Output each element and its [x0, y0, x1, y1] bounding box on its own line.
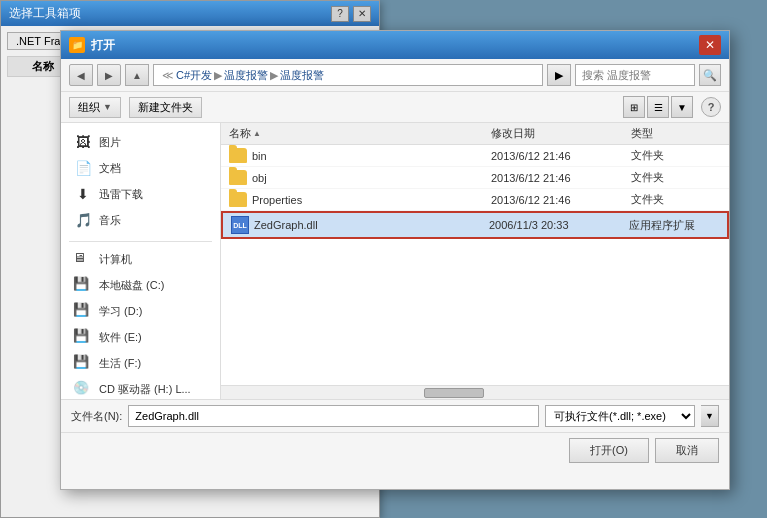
music-icon: 🎵 [73, 211, 93, 229]
hscroll-thumb [424, 388, 484, 398]
header-col-name[interactable]: 名称 ▲ [229, 126, 491, 141]
drive-d-label: 学习 (D:) [99, 304, 142, 319]
header-col-date[interactable]: 修改日期 [491, 126, 631, 141]
dialog-title: 打开 [91, 37, 115, 54]
bg-help-button[interactable]: ? [331, 6, 349, 22]
left-item-drive-e[interactable]: 💾 软件 (E:) [61, 324, 220, 350]
computer-icon: 🖥 [73, 250, 93, 268]
new-folder-label: 新建文件夹 [138, 100, 193, 115]
right-panel: 名称 ▲ 修改日期 类型 bin 2013/6/12 21:46 文件夹 [221, 123, 729, 399]
view-btn-1[interactable]: ⊞ [623, 96, 645, 118]
path-part-1: C#开发 [176, 68, 212, 83]
view-dropdown[interactable]: ▼ [671, 96, 693, 118]
file-name-properties: Properties [229, 192, 491, 207]
drive-e-label: 软件 (E:) [99, 330, 142, 345]
dll-icon-zedgraph: DLL [231, 216, 249, 234]
cancel-button[interactable]: 取消 [655, 438, 719, 463]
filetype-select[interactable]: 可执行文件(*.dll; *.exe) [545, 405, 695, 427]
left-panel: 🖼 图片 📄 文档 ⬇ 迅雷下载 🎵 音乐 🖥 计算 [61, 123, 221, 399]
drive-f-icon: 💾 [73, 354, 93, 372]
documents-label: 文档 [99, 161, 121, 176]
documents-icon: 📄 [73, 159, 93, 177]
filename-bar: 文件名(N): 可执行文件(*.dll; *.exe) ▼ [61, 399, 729, 432]
bg-window-titlebar: 选择工具箱项 ? ✕ [1, 1, 379, 26]
filename-input[interactable] [128, 405, 539, 427]
left-item-music[interactable]: 🎵 音乐 [61, 207, 220, 233]
left-item-pictures[interactable]: 🖼 图片 [61, 129, 220, 155]
bg-window-controls: ? ✕ [331, 6, 371, 22]
file-row-properties[interactable]: Properties 2013/6/12 21:46 文件夹 [221, 189, 729, 211]
path-part-2: 温度报警 [224, 68, 268, 83]
toolbar-row: 组织 ▼ 新建文件夹 ⊞ ☰ ▼ ? [61, 92, 729, 123]
open-dialog: 📁 打开 ✕ ◀ ▶ ▲ ≪ C#开发 ▶ 温度报警 ▶ 温度报警 ▶ 🔍 组织… [60, 30, 730, 490]
left-item-drive-h[interactable]: 💿 CD 驱动器 (H:) L... [61, 376, 220, 399]
file-list-header: 名称 ▲ 修改日期 类型 [221, 123, 729, 145]
left-divider-1 [69, 241, 212, 242]
sort-arrow-name: ▲ [253, 129, 261, 138]
search-input[interactable] [575, 64, 695, 86]
file-name-zedgraph: DLL ZedGraph.dll [231, 216, 489, 234]
folder-icon-properties [229, 192, 247, 207]
bg-window-title: 选择工具箱项 [9, 5, 81, 22]
back-button[interactable]: ◀ [69, 64, 93, 86]
file-name-obj: obj [229, 170, 491, 185]
dialog-icon: 📁 [69, 37, 85, 53]
drive-c-icon: 💾 [73, 276, 93, 294]
left-panel-favorites: 🖼 图片 📄 文档 ⬇ 迅雷下载 🎵 音乐 [61, 129, 220, 233]
left-item-drive-d[interactable]: 💾 学习 (D:) [61, 298, 220, 324]
left-item-drive-f[interactable]: 💾 生活 (F:) [61, 350, 220, 376]
organize-label: 组织 [78, 100, 100, 115]
view-buttons: ⊞ ☰ ▼ [623, 96, 693, 118]
bg-close-button[interactable]: ✕ [353, 6, 371, 22]
computer-label: 计算机 [99, 252, 132, 267]
file-row-obj[interactable]: obj 2013/6/12 21:46 文件夹 [221, 167, 729, 189]
organize-dropdown-icon: ▼ [103, 102, 112, 112]
path-part-3: 温度报警 [280, 68, 324, 83]
pictures-label: 图片 [99, 135, 121, 150]
filename-label: 文件名(N): [71, 409, 122, 424]
file-name-bin: bin [229, 148, 491, 163]
search-icon[interactable]: 🔍 [699, 64, 721, 86]
drive-f-label: 生活 (F:) [99, 356, 141, 371]
folder-icon-obj [229, 170, 247, 185]
help-button[interactable]: ? [701, 97, 721, 117]
address-path[interactable]: ≪ C#开发 ▶ 温度报警 ▶ 温度报警 [153, 64, 543, 86]
file-row-zedgraph[interactable]: DLL ZedGraph.dll 2006/11/3 20:33 应用程序扩展 [221, 211, 729, 239]
address-go-button[interactable]: ▶ [547, 64, 571, 86]
drive-h-label: CD 驱动器 (H:) L... [99, 382, 191, 397]
music-label: 音乐 [99, 213, 121, 228]
action-buttons: 打开(O) 取消 [61, 432, 729, 468]
folder-icon-bin [229, 148, 247, 163]
thunder-icon: ⬇ [73, 185, 93, 203]
address-bar: ◀ ▶ ▲ ≪ C#开发 ▶ 温度报警 ▶ 温度报警 ▶ 🔍 [61, 59, 729, 92]
filetype-dropdown-arrow[interactable]: ▼ [701, 405, 719, 427]
new-folder-button[interactable]: 新建文件夹 [129, 97, 202, 118]
header-col-type[interactable]: 类型 [631, 126, 721, 141]
dialog-close-button[interactable]: ✕ [699, 35, 721, 55]
drive-d-icon: 💾 [73, 302, 93, 320]
open-button[interactable]: 打开(O) [569, 438, 649, 463]
drive-h-icon: 💿 [73, 380, 93, 398]
dialog-title-left: 📁 打开 [69, 37, 115, 54]
drive-c-label: 本地磁盘 (C:) [99, 278, 164, 293]
file-row-bin[interactable]: bin 2013/6/12 21:46 文件夹 [221, 145, 729, 167]
up-button[interactable]: ▲ [125, 64, 149, 86]
left-item-computer[interactable]: 🖥 计算机 [61, 246, 220, 272]
left-item-drive-c[interactable]: 💾 本地磁盘 (C:) [61, 272, 220, 298]
pictures-icon: 🖼 [73, 133, 93, 151]
organize-button[interactable]: 组织 ▼ [69, 97, 121, 118]
forward-button[interactable]: ▶ [97, 64, 121, 86]
hscrollbar[interactable] [221, 385, 729, 399]
left-item-thunder[interactable]: ⬇ 迅雷下载 [61, 181, 220, 207]
drive-e-icon: 💾 [73, 328, 93, 346]
left-item-documents[interactable]: 📄 文档 [61, 155, 220, 181]
thunder-label: 迅雷下载 [99, 187, 143, 202]
dialog-titlebar: 📁 打开 ✕ [61, 31, 729, 59]
content-area: 🖼 图片 📄 文档 ⬇ 迅雷下载 🎵 音乐 🖥 计算 [61, 123, 729, 399]
view-btn-2[interactable]: ☰ [647, 96, 669, 118]
